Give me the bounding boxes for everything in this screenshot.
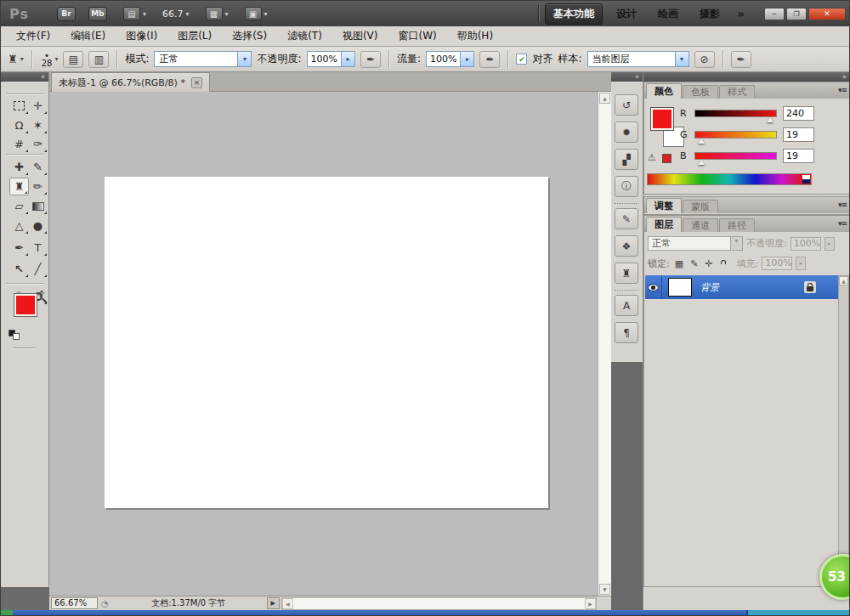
canvas-document[interactable] bbox=[105, 177, 548, 508]
line-tool[interactable]: ╱ bbox=[28, 260, 48, 278]
workspace-overflow-button[interactable]: » bbox=[734, 7, 748, 20]
gradient-tool[interactable] bbox=[28, 197, 48, 215]
menu-window[interactable]: 窗口(W) bbox=[388, 26, 446, 46]
tool-preset-picker[interactable]: ♜ ▾ bbox=[8, 53, 24, 65]
crop-tool[interactable]: # bbox=[9, 135, 29, 153]
move-tool[interactable]: ✛ bbox=[28, 97, 48, 115]
brush-tool[interactable]: ✎ bbox=[28, 158, 48, 176]
workspace-essentials-button[interactable]: 基本功能 bbox=[545, 3, 603, 25]
status-zoom-input[interactable]: 66.67% bbox=[51, 597, 98, 609]
green-channel-slider[interactable] bbox=[694, 131, 777, 138]
clone-source-panel-button[interactable]: ❖ bbox=[615, 235, 638, 257]
scroll-right-button[interactable]: ▶ bbox=[585, 598, 596, 609]
lock-pixels-icon[interactable]: ✎ bbox=[690, 258, 698, 269]
workspace-design-button[interactable]: 设计 bbox=[609, 4, 644, 24]
tab-paths[interactable]: 路径 bbox=[719, 218, 755, 232]
screen-mode-button[interactable]: ▣ ▾ bbox=[245, 7, 268, 20]
green-channel-value[interactable]: 19 bbox=[783, 127, 814, 142]
pen-tool[interactable]: ✒ bbox=[9, 239, 29, 257]
panel-menu-icon[interactable]: ▾≡ bbox=[838, 219, 847, 228]
styles-panel-button[interactable]: ✹ bbox=[615, 122, 638, 143]
status-info-menu-button[interactable]: ▶ bbox=[267, 597, 280, 609]
tab-masks[interactable]: 蒙版 bbox=[683, 200, 718, 213]
toggle-clone-source-panel-button[interactable]: ▥ bbox=[88, 51, 109, 68]
document-tab[interactable]: 未标题-1 @ 66.7%(RGB/8) * × bbox=[51, 72, 210, 92]
menu-file[interactable]: 文件(F) bbox=[6, 26, 60, 46]
slider-handle[interactable] bbox=[767, 117, 774, 122]
layer-opacity-value[interactable]: 100% bbox=[790, 237, 821, 251]
horizontal-scrollbar[interactable]: ◀ ▶ bbox=[281, 597, 597, 610]
type-tool[interactable]: T bbox=[28, 239, 48, 257]
panel-dock-collapse-button[interactable]: » bbox=[643, 72, 850, 82]
slider-handle[interactable] bbox=[698, 160, 705, 165]
sample-select[interactable]: 当前图层 ▾ bbox=[587, 51, 689, 67]
scroll-left-button[interactable]: ◀ bbox=[282, 598, 293, 609]
workspace-painting-button[interactable]: 绘画 bbox=[650, 4, 686, 24]
airbrush-toggle-button[interactable]: ✒ bbox=[479, 51, 500, 68]
blur-tool[interactable]: △ bbox=[9, 217, 29, 235]
layer-blend-mode-select[interactable]: 正常 ▾ bbox=[648, 236, 743, 251]
panel-menu-icon[interactable]: ▾≡ bbox=[838, 201, 847, 209]
red-channel-value[interactable]: 240 bbox=[783, 106, 814, 121]
blend-mode-select[interactable]: 正常 ▾ bbox=[154, 51, 252, 67]
eyedropper-tool[interactable]: ✑ bbox=[28, 135, 48, 153]
burn-tool[interactable]: ● bbox=[28, 217, 48, 235]
lock-transparency-icon[interactable]: ▦ bbox=[675, 258, 683, 269]
tab-layers[interactable]: 图层 bbox=[646, 217, 682, 232]
document-tab-close-button[interactable]: × bbox=[191, 77, 202, 88]
black-pick-square[interactable] bbox=[802, 179, 810, 184]
quick-selection-tool[interactable]: ✶ bbox=[28, 116, 48, 134]
tab-styles[interactable]: 样式 bbox=[719, 85, 755, 99]
opacity-input[interactable]: 100% ▸ bbox=[307, 51, 355, 67]
rectangular-marquee-tool[interactable] bbox=[9, 97, 29, 115]
character-panel-button[interactable]: A bbox=[615, 295, 638, 316]
opacity-pressure-button[interactable]: ✒ bbox=[360, 51, 381, 68]
size-pressure-button[interactable]: ✒ bbox=[731, 51, 751, 68]
view-extras-button[interactable]: ▤ ▾ bbox=[123, 7, 146, 20]
animation-panel-button[interactable]: ♜ bbox=[615, 263, 638, 284]
clone-stamp-tool[interactable]: ♜ bbox=[9, 178, 29, 195]
canvas-area[interactable] bbox=[49, 92, 598, 596]
ignore-adjustment-layers-button[interactable]: ⊘ bbox=[694, 51, 715, 68]
aligned-checkbox[interactable]: ✔ bbox=[516, 54, 527, 65]
brush-preset-picker[interactable]: • 28 ▾ bbox=[42, 52, 59, 67]
menu-image[interactable]: 图像(I) bbox=[116, 26, 167, 46]
minimize-button[interactable]: ─ bbox=[764, 8, 785, 20]
histogram-panel-button[interactable]: ▞ bbox=[615, 149, 638, 170]
history-panel-button[interactable]: ↺ bbox=[615, 94, 638, 116]
tab-color[interactable]: 颜色 bbox=[646, 83, 682, 99]
restore-button[interactable]: ❐ bbox=[786, 8, 807, 20]
gamut-color-swatch[interactable] bbox=[662, 154, 672, 163]
icon-dock-collapse-button[interactable]: « bbox=[611, 72, 643, 82]
tab-adjustments[interactable]: 调整 bbox=[646, 198, 682, 213]
layer-visibility-toggle[interactable] bbox=[645, 275, 662, 299]
toggle-brush-panel-button[interactable]: ▤ bbox=[63, 51, 83, 68]
gamut-warning-icon[interactable]: ⚠ bbox=[648, 152, 656, 163]
blue-channel-value[interactable]: 19 bbox=[783, 149, 814, 163]
scroll-up-button[interactable]: ▲ bbox=[599, 93, 610, 104]
path-selection-tool[interactable]: ↖ bbox=[9, 260, 29, 278]
menu-layer[interactable]: 图层(L) bbox=[167, 26, 222, 46]
zoom-level-button[interactable]: 66.7 ▾ bbox=[162, 8, 190, 20]
eraser-tool[interactable]: ▱ bbox=[9, 197, 29, 215]
spinner-arrow-icon[interactable]: ▸ bbox=[460, 52, 473, 66]
menu-view[interactable]: 视图(V) bbox=[332, 26, 388, 46]
mini-bridge-button[interactable]: Mb bbox=[88, 7, 107, 21]
workspace-photography-button[interactable]: 摄影 bbox=[692, 4, 728, 24]
flow-input[interactable]: 100% ▸ bbox=[426, 51, 474, 67]
history-brush-tool[interactable]: ✏ bbox=[28, 178, 48, 195]
tab-channels[interactable]: 通道 bbox=[683, 218, 718, 232]
scroll-up-button[interactable]: ▲ bbox=[839, 276, 848, 285]
close-button[interactable]: ✕ bbox=[808, 8, 846, 20]
spinner-arrow-icon[interactable]: ▸ bbox=[341, 52, 354, 66]
fill-value[interactable]: 100% bbox=[762, 257, 792, 270]
spot-healing-brush-tool[interactable]: ✚ bbox=[9, 158, 29, 176]
toolbox-collapse-button[interactable]: « bbox=[1, 72, 48, 82]
paragraph-panel-button[interactable]: ¶ bbox=[615, 322, 638, 343]
slider-handle[interactable] bbox=[698, 138, 705, 144]
menu-help[interactable]: 帮助(H) bbox=[447, 26, 503, 46]
default-colors-icon[interactable] bbox=[8, 330, 21, 341]
scroll-down-button[interactable]: ▼ bbox=[599, 584, 610, 595]
lock-position-icon[interactable]: ✛ bbox=[705, 258, 712, 269]
windows-taskbar[interactable] bbox=[1, 610, 850, 616]
